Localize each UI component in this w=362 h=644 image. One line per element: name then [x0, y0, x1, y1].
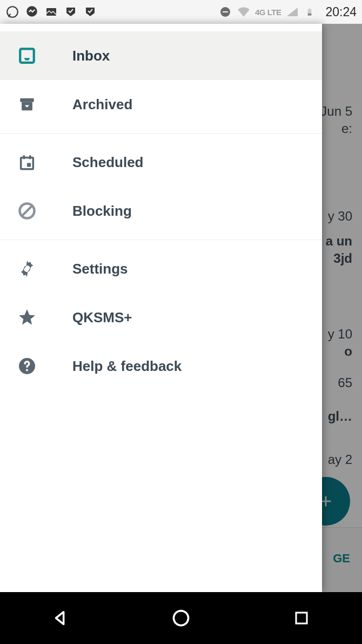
whatsapp-icon [5, 5, 19, 19]
drawer-item-archived[interactable]: Archived [0, 80, 322, 129]
drawer-item-label: Scheduled [72, 154, 143, 171]
check-badge-icon [83, 5, 97, 19]
drawer-item-qksms-plus[interactable]: QKSMS+ [0, 293, 322, 342]
check-badge-icon [64, 5, 78, 19]
clock: 20:24 [325, 5, 357, 19]
messenger-icon [25, 5, 39, 19]
drawer-item-label: Help & feedback [72, 358, 182, 375]
drawer-item-scheduled[interactable]: Scheduled [0, 138, 322, 187]
drawer-item-label: Settings [72, 261, 128, 277]
svg-rect-7 [309, 8, 311, 9]
status-right: 4G LTE 20:24 [218, 5, 357, 19]
drawer-item-blocking[interactable]: Blocking [0, 187, 322, 235]
recents-button[interactable] [290, 607, 313, 629]
drawer-item-help[interactable]: Help & feedback [0, 342, 322, 390]
navigation-drawer: Inbox Archived Scheduled Blocking Settin… [0, 24, 322, 592]
archive-icon [17, 95, 37, 114]
inbox-icon [17, 46, 37, 65]
svg-rect-6 [308, 14, 312, 16]
drawer-item-label: QKSMS+ [72, 309, 132, 326]
svg-rect-8 [20, 49, 34, 63]
drawer-item-label: Inbox [72, 48, 110, 64]
drawer-item-label: Archived [72, 96, 132, 113]
svg-point-0 [7, 6, 18, 17]
drawer-item-label: Blocking [72, 203, 132, 220]
calendar-icon [17, 152, 37, 172]
wifi-icon [237, 5, 251, 19]
svg-rect-18 [296, 613, 307, 623]
status-bar: 4G LTE 20:24 [0, 0, 362, 24]
status-left [5, 5, 97, 19]
back-button[interactable] [49, 607, 72, 629]
drawer-item-inbox[interactable]: Inbox [0, 31, 322, 80]
svg-point-17 [173, 611, 188, 626]
svg-rect-9 [20, 98, 34, 102]
drawer-divider [0, 240, 322, 240]
dnd-icon [218, 5, 232, 19]
svg-point-14 [25, 267, 30, 271]
drawer-divider [0, 133, 322, 134]
help-icon [17, 356, 37, 376]
network-label: 4G LTE [255, 8, 281, 17]
svg-point-16 [26, 369, 28, 371]
star-icon [17, 308, 37, 327]
drawer-item-settings[interactable]: Settings [0, 244, 322, 293]
svg-rect-12 [27, 163, 31, 167]
battery-icon [304, 5, 318, 19]
photos-icon [44, 5, 58, 19]
home-button[interactable] [170, 607, 192, 629]
block-icon [17, 201, 37, 221]
svg-rect-4 [223, 11, 228, 12]
gear-icon [17, 259, 37, 278]
system-nav-bar [0, 592, 362, 644]
signal-icon [285, 5, 299, 19]
